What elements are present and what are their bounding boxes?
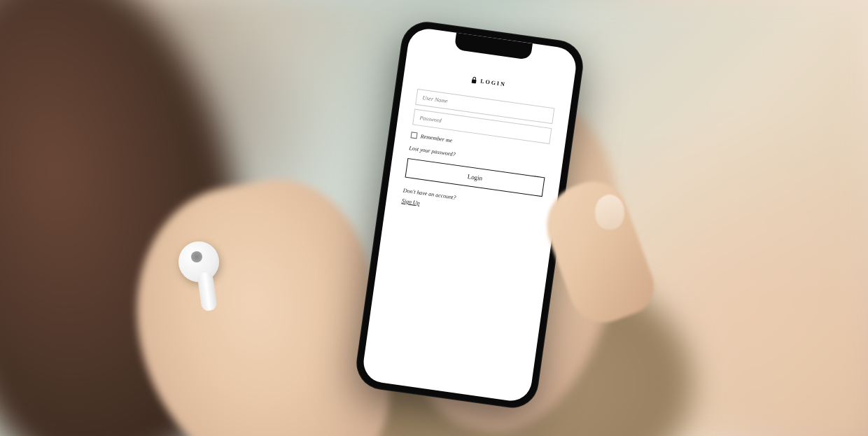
svg-rect-0 <box>471 79 476 83</box>
earbud-grille <box>191 251 202 262</box>
lock-icon <box>470 76 477 84</box>
photo-scene: LOGIN Remember me Lost your password? Lo… <box>0 0 868 436</box>
login-title: LOGIN <box>480 78 507 87</box>
remember-checkbox[interactable] <box>410 132 417 139</box>
earbud-stem <box>197 272 217 312</box>
remember-label[interactable]: Remember me <box>420 133 452 143</box>
earbud <box>178 241 227 308</box>
right-thumb-nail <box>595 195 624 230</box>
